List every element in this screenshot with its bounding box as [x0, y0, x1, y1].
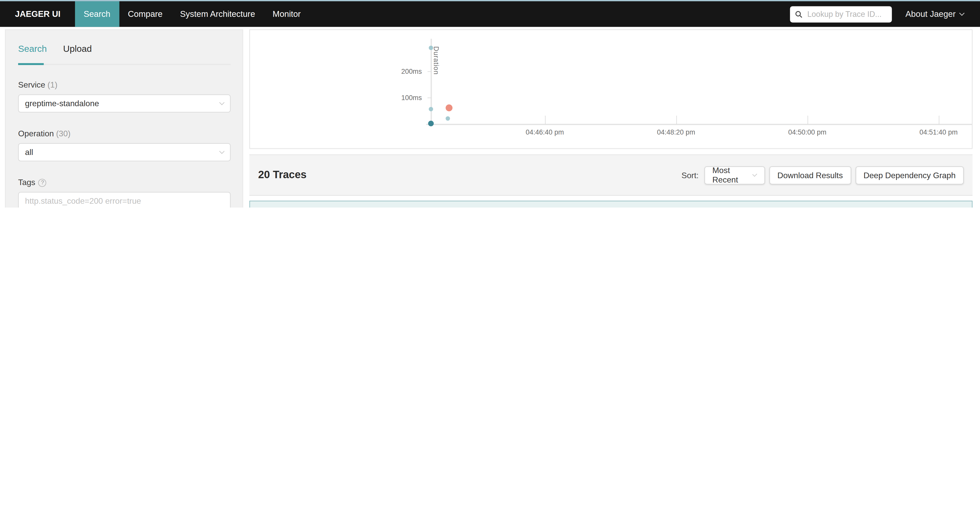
- x-tick-label: 04:51:40 pm: [910, 128, 966, 135]
- y-axis-label: Duration: [433, 46, 440, 75]
- y-axis-line: [431, 39, 431, 124]
- compare-banner: Compare traces by selecting result items: [249, 201, 972, 207]
- chevron-down-icon: [219, 100, 224, 105]
- scatter-dot[interactable]: [428, 45, 433, 50]
- service-group: Service (1) greptime-standalone: [18, 80, 231, 112]
- nav-item-system-architecture[interactable]: System Architecture: [171, 1, 264, 27]
- top-navbar: JAEGER UI Search Compare System Architec…: [0, 1, 980, 27]
- x-tick: [939, 116, 939, 124]
- tab-divider: [18, 64, 231, 65]
- about-jaeger-menu[interactable]: About Jaeger: [905, 10, 964, 19]
- duration-scatter-chart: Duration Time 04:46:40 pm04:48:20 pm04:5…: [249, 29, 972, 149]
- operation-select[interactable]: all: [18, 143, 231, 161]
- x-tick-label: 04:46:40 pm: [517, 128, 573, 135]
- trace-lookup: [790, 6, 892, 22]
- about-jaeger-label: About Jaeger: [905, 10, 956, 19]
- scatter-dot[interactable]: [445, 116, 450, 121]
- service-label: Service: [18, 80, 45, 89]
- main-nav: Search Compare System Architecture Monit…: [75, 1, 309, 27]
- nav-right: About Jaeger: [790, 1, 980, 27]
- operation-value: all: [25, 148, 33, 157]
- y-tick-label: 100ms: [372, 94, 422, 101]
- nav-item-search[interactable]: Search: [75, 1, 119, 27]
- active-tab-inkbar: [18, 63, 44, 65]
- scatter-dot[interactable]: [428, 121, 433, 126]
- y-tick: [428, 97, 431, 98]
- search-icon: [795, 10, 802, 18]
- chevron-down-icon: [219, 148, 224, 154]
- service-select[interactable]: greptime-standalone: [18, 94, 231, 113]
- app: JAEGER UI Search Compare System Architec…: [0, 0, 980, 207]
- x-axis-line: [426, 124, 972, 125]
- x-tick-label: 04:50:00 pm: [779, 128, 835, 135]
- sort-value: Most Recent: [712, 166, 753, 184]
- app-logo[interactable]: JAEGER UI: [0, 1, 75, 27]
- trace-lookup-input[interactable]: [806, 9, 886, 19]
- deep-dependency-graph-button[interactable]: Deep Dependency Graph: [856, 166, 964, 184]
- service-value: greptime-standalone: [25, 99, 99, 108]
- scatter-dot[interactable]: [445, 105, 452, 111]
- nav-item-monitor[interactable]: Monitor: [264, 1, 310, 27]
- service-count: (1): [48, 80, 57, 89]
- sort-label: Sort:: [681, 170, 698, 180]
- x-tick: [676, 116, 676, 124]
- x-tick: [807, 116, 808, 124]
- scatter-dot[interactable]: [428, 107, 433, 111]
- y-tick: [428, 71, 431, 72]
- tags-group: Tags?: [18, 178, 231, 207]
- x-tick-label: 04:48:20 pm: [648, 128, 704, 135]
- tab-upload[interactable]: Upload: [63, 44, 92, 64]
- results-header: 20 Traces Sort: Most Recent Download Res…: [249, 154, 972, 196]
- sort-select[interactable]: Most Recent: [704, 166, 765, 184]
- tab-search[interactable]: Search: [18, 44, 47, 64]
- download-results-button[interactable]: Download Results: [769, 166, 851, 184]
- trace-count: 20 Traces: [258, 169, 307, 181]
- chevron-down-icon: [959, 11, 965, 16]
- tags-input[interactable]: [18, 192, 231, 207]
- nav-item-compare[interactable]: Compare: [119, 1, 172, 27]
- operation-label: Operation: [18, 129, 54, 138]
- operation-count: (30): [56, 129, 71, 138]
- main-panel: Duration Time 04:46:40 pm04:48:20 pm04:5…: [249, 29, 972, 207]
- y-tick-label: 200ms: [372, 67, 422, 75]
- search-sidebar: Search Upload Service (1) greptime-stand…: [5, 29, 243, 207]
- sidebar-tabs: Search Upload: [18, 44, 231, 64]
- question-mark-circle-icon[interactable]: ?: [38, 178, 47, 186]
- tags-label: Tags: [18, 178, 35, 187]
- operation-group: Operation (30) all: [18, 129, 231, 161]
- x-tick: [545, 116, 546, 124]
